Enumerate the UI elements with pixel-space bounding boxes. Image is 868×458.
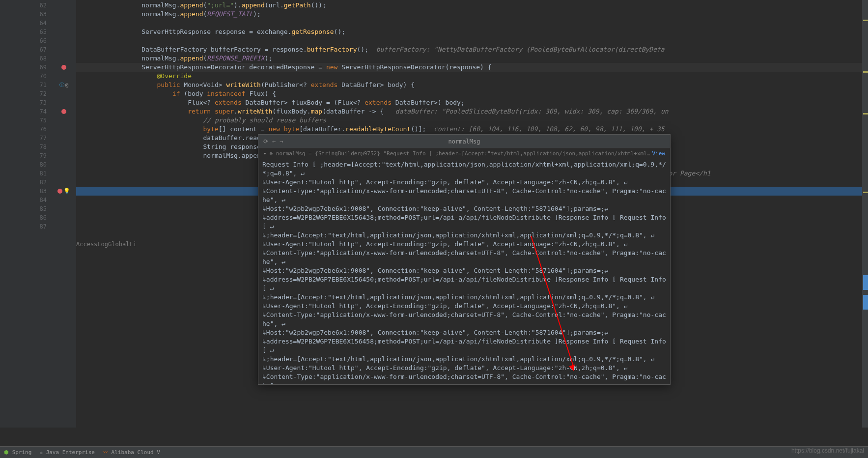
warning-mark[interactable] bbox=[863, 20, 868, 21]
status-bar[interactable]: ⬢ Spring ☕ Java Enterprise 〰 Alibaba Clo… bbox=[0, 446, 868, 458]
java-ee-tool-button[interactable]: ☕ Java Enterprise bbox=[39, 449, 95, 456]
warning-mark[interactable] bbox=[863, 113, 868, 114]
alibaba-cloud-tool-button[interactable]: 〰 Alibaba Cloud V bbox=[103, 449, 160, 456]
popup-sub-text: ⊕ normalMsg = {StringBuilder@9752} "Requ… bbox=[270, 150, 652, 157]
popup-body[interactable]: Request Info [ ;header=[Accept:"text/htm… bbox=[258, 158, 670, 384]
expand-toggle-icon[interactable]: ▾ bbox=[263, 150, 267, 157]
selection-mark[interactable] bbox=[863, 275, 868, 290]
popup-title: normalMsg bbox=[448, 138, 480, 145]
popup-nav-icons: ⟳ ← → bbox=[263, 138, 283, 145]
right-scroll-gutter[interactable] bbox=[862, 0, 868, 428]
selection-mark[interactable] bbox=[863, 295, 868, 310]
back-icon[interactable]: ← bbox=[272, 138, 276, 145]
aliyun-label: Alibaba Cloud V bbox=[112, 449, 160, 456]
popup-subheader: ▾ ⊕ normalMsg = {StringBuilder@9752} "Re… bbox=[258, 148, 670, 158]
warning-mark[interactable] bbox=[863, 71, 868, 73]
spring-label: Spring bbox=[12, 449, 32, 456]
java-ee-label: Java Enterprise bbox=[46, 449, 95, 456]
history-icon[interactable]: ⟳ bbox=[263, 138, 268, 145]
spring-icon: ⬢ bbox=[4, 449, 9, 456]
spring-tool-button[interactable]: ⬢ Spring bbox=[4, 449, 31, 456]
breadcrumb[interactable]: AccessLogGlobalFi bbox=[76, 241, 137, 248]
gutter-marks: ⓘ@💡 bbox=[52, 0, 76, 428]
view-link[interactable]: View bbox=[652, 150, 666, 157]
watermark: https://blog.csdn.net/fujiakai bbox=[791, 447, 864, 454]
popup-header[interactable]: ⟳ ← → normalMsg bbox=[258, 135, 670, 148]
warning-mark[interactable] bbox=[863, 192, 868, 193]
aliyun-icon: 〰 bbox=[103, 449, 108, 456]
forward-icon[interactable]: → bbox=[280, 138, 283, 145]
line-number-gutter: 6263646566676869707172737475767778798081… bbox=[0, 0, 52, 428]
evaluate-popup[interactable]: ⟳ ← → normalMsg ▾ ⊕ normalMsg = {StringB… bbox=[258, 134, 671, 385]
